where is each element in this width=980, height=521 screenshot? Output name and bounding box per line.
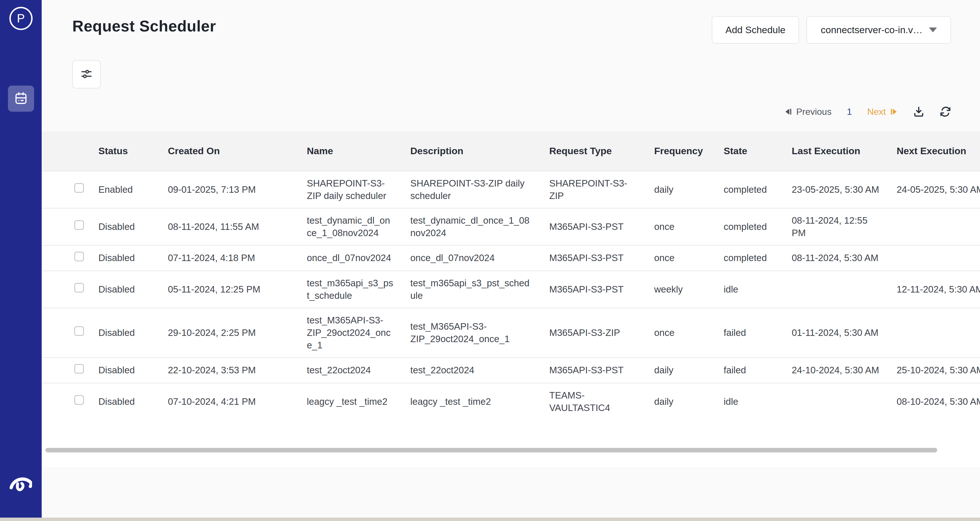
cell-description: test_m365api_s3_pst_schedule (410, 271, 549, 308)
step-next-icon (890, 107, 898, 116)
schedules-table: StatusCreated OnNameDescriptionRequest T… (42, 131, 980, 420)
swoosh-logo-icon (10, 475, 32, 493)
column-header: Request Type (549, 131, 654, 171)
step-previous-icon (784, 107, 792, 116)
cell-next-execution (897, 308, 980, 357)
cell-request-type: M365API-S3-PST (549, 208, 654, 245)
column-header: Frequency (654, 131, 724, 171)
server-dropdown-value: connectserver-co-in.v… (821, 24, 923, 35)
table-row: Disabled 08-11-2024, 11:55 AM test_dynam… (42, 208, 980, 245)
next-label: Next (867, 106, 886, 117)
table-row: Disabled 22-10-2024, 3:53 PM test_22oct2… (42, 357, 980, 383)
schedules-table-zone: StatusCreated OnNameDescriptionRequest T… (42, 131, 980, 467)
cell-last-execution (792, 383, 897, 420)
table-row: Disabled 07-11-2024, 4:18 PM once_dl_07n… (42, 245, 980, 271)
cell-frequency: once (654, 245, 724, 271)
cell-next-execution: 08-10-2024, 5:30 AM (897, 383, 980, 420)
cell-status: Disabled (99, 308, 168, 357)
cell-status: Disabled (99, 208, 168, 245)
cell-description: SHAREPOINT-S3-ZIP daily scheduler (410, 171, 549, 208)
caret-down-icon (929, 27, 937, 32)
cell-request-type: M365API-S3-PST (549, 357, 654, 383)
column-header: State (724, 131, 792, 171)
page-number[interactable]: 1 (846, 106, 853, 117)
cell-created-on: 08-11-2024, 11:55 AM (168, 208, 307, 245)
add-schedule-label: Add Schedule (725, 24, 786, 35)
cell-status: Disabled (99, 357, 168, 383)
cell-created-on: 22-10-2024, 3:53 PM (168, 357, 307, 383)
cell-description: leagcy _test _time2 (410, 383, 549, 420)
cell-state: completed (724, 245, 792, 271)
row-checkbox[interactable] (74, 395, 84, 405)
cell-created-on: 07-11-2024, 4:18 PM (168, 245, 307, 271)
cell-created-on: 05-11-2024, 12:25 PM (168, 271, 307, 308)
server-dropdown[interactable]: connectserver-co-in.v… (807, 16, 951, 44)
cell-next-execution: 25-10-2024, 5:30 AM (897, 357, 980, 383)
cell-next-execution: 24-05-2025, 5:30 AM (897, 171, 980, 208)
cell-description: once_dl_07nov2024 (410, 245, 549, 271)
cell-last-execution: 08-11-2024, 5:30 AM (792, 245, 897, 271)
cell-request-type: SHAREPOINT-S3-ZIP (549, 171, 654, 208)
select-all-header (42, 131, 99, 171)
cell-last-execution (792, 271, 897, 308)
cell-name: test_m365api_s3_pst_schedule (307, 271, 410, 308)
column-header: Last Execution (792, 131, 897, 171)
cell-next-execution: 12-11-2024, 5:30 AM (897, 271, 980, 308)
cell-created-on: 07-10-2024, 4:21 PM (168, 383, 307, 420)
cell-name: test_dynamic_dl_once_1_08nov2024 (307, 208, 410, 245)
row-checkbox[interactable] (74, 364, 84, 373)
cell-state: idle (724, 383, 792, 420)
horizontal-scrollbar[interactable] (45, 448, 937, 453)
cell-last-execution: 24-10-2024, 5:30 AM (792, 357, 897, 383)
cell-name: SHAREPOINT-S3-ZIP daily scheduler (307, 171, 410, 208)
cell-frequency: daily (654, 171, 724, 208)
column-header: Next Execution (897, 131, 980, 171)
cell-name: leagcy _test _time2 (307, 383, 410, 420)
cell-last-execution: 08-11-2024, 12:55 PM (792, 208, 897, 245)
cell-status: Disabled (99, 383, 168, 420)
table-row: Disabled 05-11-2024, 12:25 PM test_m365a… (42, 271, 980, 308)
avatar[interactable]: P (10, 7, 33, 30)
cell-state: failed (724, 357, 792, 383)
cell-last-execution: 23-05-2025, 5:30 AM (792, 171, 897, 208)
download-button[interactable] (913, 105, 925, 118)
cell-name: test_M365API-S3-ZIP_29oct2024_once_1 (307, 308, 410, 357)
cell-request-type: TEAMS-VAULTASTIC4 (549, 383, 654, 420)
cell-status: Disabled (99, 271, 168, 308)
column-header: Created On (168, 131, 307, 171)
cell-name: once_dl_07nov2024 (307, 245, 410, 271)
next-button[interactable]: Next (867, 106, 898, 117)
add-schedule-button[interactable]: Add Schedule (712, 16, 799, 44)
cell-request-type: M365API-S3-PST (549, 245, 654, 271)
filter-button[interactable] (72, 60, 101, 89)
row-checkbox[interactable] (74, 326, 84, 336)
cell-frequency: daily (654, 383, 724, 420)
cell-state: failed (724, 308, 792, 357)
cell-last-execution: 01-11-2024, 5:30 AM (792, 308, 897, 357)
row-checkbox[interactable] (74, 183, 84, 193)
cell-state: completed (724, 208, 792, 245)
previous-button[interactable]: Previous (784, 106, 832, 117)
previous-label: Previous (796, 106, 832, 117)
page-title: Request Scheduler (72, 17, 216, 35)
cell-created-on: 09-01-2025, 7:13 PM (168, 171, 307, 208)
row-checkbox[interactable] (74, 283, 84, 292)
cell-frequency: once (654, 308, 724, 357)
refresh-button[interactable] (939, 105, 951, 118)
calendar-icon (14, 91, 28, 106)
cell-state: idle (724, 271, 792, 308)
cell-request-type: M365API-S3-PST (549, 271, 654, 308)
cell-description: test_dynamic_dl_once_1_08nov2024 (410, 208, 549, 245)
table-row: Disabled 07-10-2024, 4:21 PM leagcy _tes… (42, 383, 980, 420)
sidebar: P (0, 0, 42, 518)
column-header: Description (410, 131, 549, 171)
sidebar-item-scheduler[interactable] (8, 86, 34, 112)
table-row: Enabled 09-01-2025, 7:13 PM SHAREPOINT-S… (42, 171, 980, 208)
row-checkbox[interactable] (74, 220, 84, 230)
cell-request-type: M365API-S3-ZIP (549, 308, 654, 357)
column-header: Status (99, 131, 168, 171)
column-header: Name (307, 131, 410, 171)
bottom-scrollbar[interactable] (0, 518, 980, 521)
row-checkbox[interactable] (74, 252, 84, 261)
cell-state: completed (724, 171, 792, 208)
